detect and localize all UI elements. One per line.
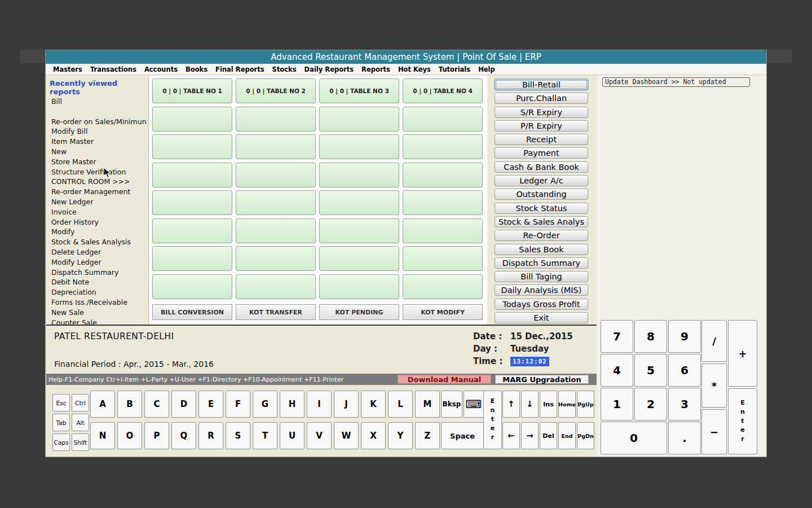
table-button[interactable] bbox=[236, 134, 316, 159]
sidebar-item[interactable] bbox=[46, 107, 148, 117]
sidebar-item[interactable]: Modify Ledger bbox=[46, 257, 148, 268]
table-button[interactable] bbox=[319, 246, 399, 271]
menu-item[interactable]: Transactions bbox=[86, 65, 140, 73]
modifier-key[interactable]: Ctrl bbox=[72, 394, 89, 411]
sidebar-item[interactable]: CONTROL ROOM >>> bbox=[46, 177, 148, 187]
table-button[interactable] bbox=[152, 218, 232, 243]
letter-key[interactable]: T bbox=[253, 422, 277, 449]
sidebar-item[interactable]: Debit Note bbox=[46, 277, 148, 287]
letter-key[interactable]: M bbox=[415, 391, 440, 418]
modifier-key[interactable]: Tab bbox=[52, 414, 70, 431]
menu-item[interactable]: Accounts bbox=[140, 65, 182, 73]
sidebar-item[interactable]: Stock & Sales Analysis bbox=[46, 237, 148, 247]
action-button[interactable]: Cash & Bank Book bbox=[495, 161, 588, 173]
table-button[interactable] bbox=[152, 246, 232, 271]
sidebar-item[interactable]: Forms Iss./Receivable bbox=[46, 297, 148, 308]
table-button[interactable] bbox=[403, 218, 483, 243]
menu-item[interactable]: Masters bbox=[49, 65, 86, 73]
numpad-key-multiply[interactable]: * bbox=[701, 364, 727, 408]
sidebar-item[interactable]: Item Master bbox=[46, 137, 148, 147]
numpad-key[interactable]: 6 bbox=[668, 354, 701, 387]
letter-key[interactable]: G bbox=[253, 391, 277, 418]
letter-key[interactable]: V bbox=[307, 422, 332, 449]
table-button[interactable] bbox=[236, 218, 316, 243]
table-button[interactable] bbox=[403, 190, 483, 215]
nav-key[interactable]: ← bbox=[502, 422, 520, 449]
sidebar-item[interactable]: Modify bbox=[46, 227, 148, 237]
action-button[interactable]: Stock & Sales Analys bbox=[495, 216, 588, 227]
table-button[interactable] bbox=[403, 134, 483, 159]
nav-key[interactable]: PgDn bbox=[577, 422, 594, 449]
action-button[interactable]: Payment bbox=[495, 147, 588, 159]
marg-upgradation-button[interactable]: MARG Upgradation bbox=[495, 375, 589, 384]
table-button[interactable]: 0 | 0 | TABLE NO 4 bbox=[403, 78, 483, 103]
numpad-key[interactable]: 7 bbox=[601, 320, 633, 353]
numpad-key-zero[interactable]: 0 bbox=[601, 422, 667, 454]
menu-item[interactable]: Tutorials bbox=[435, 65, 474, 73]
table-button[interactable] bbox=[319, 163, 399, 187]
sidebar-item[interactable]: Modify Bill bbox=[46, 126, 148, 137]
numpad-key[interactable]: 2 bbox=[634, 388, 667, 421]
table-button[interactable]: 0 | 0 | TABLE NO 1 bbox=[152, 78, 232, 103]
numpad-key[interactable]: 8 bbox=[634, 320, 667, 353]
letter-key[interactable]: O bbox=[117, 422, 142, 449]
sidebar-item[interactable]: Re-order Management bbox=[46, 187, 148, 197]
menu-item[interactable]: Daily Reports bbox=[301, 65, 358, 73]
action-button[interactable]: Sales Book bbox=[495, 244, 588, 255]
letter-key[interactable]: L bbox=[388, 391, 413, 418]
nav-key[interactable]: PgUp bbox=[577, 391, 594, 418]
nav-key[interactable]: ↑ bbox=[502, 391, 520, 418]
action-button[interactable]: Receipt bbox=[495, 134, 588, 145]
table-button[interactable] bbox=[236, 163, 316, 187]
sidebar-item[interactable]: New Ledger bbox=[46, 197, 148, 207]
letter-key[interactable]: X bbox=[361, 422, 386, 449]
action-button[interactable]: Purc.Challan bbox=[495, 93, 588, 104]
enter-key[interactable]: Enter bbox=[483, 391, 502, 449]
action-button[interactable]: Re-Order bbox=[495, 230, 588, 241]
sidebar-item[interactable]: Re-order on Sales/Minimun bbox=[46, 117, 148, 127]
table-button[interactable] bbox=[319, 134, 399, 159]
nav-key[interactable]: ↓ bbox=[521, 391, 539, 418]
modifier-key[interactable]: Shift bbox=[72, 433, 89, 451]
sidebar-item[interactable]: Depreciation bbox=[46, 287, 148, 297]
sidebar-item[interactable]: Store Master bbox=[46, 157, 148, 167]
numpad-key[interactable]: 3 bbox=[668, 388, 701, 421]
table-button[interactable] bbox=[152, 274, 232, 299]
action-button[interactable]: Exit bbox=[495, 312, 588, 323]
action-button[interactable]: Todays Gross Profit bbox=[495, 299, 588, 310]
letter-key[interactable]: P bbox=[144, 422, 169, 449]
menu-item[interactable]: Help bbox=[474, 65, 499, 73]
numpad-key-enter[interactable]: Enter bbox=[728, 388, 757, 454]
space-key[interactable]: Space bbox=[441, 422, 484, 449]
letter-key[interactable]: Z bbox=[415, 422, 440, 449]
numpad-key[interactable]: 4 bbox=[601, 354, 633, 387]
nav-key[interactable]: Del bbox=[540, 422, 557, 449]
table-button[interactable] bbox=[236, 246, 316, 271]
table-button[interactable] bbox=[152, 134, 232, 159]
menu-item[interactable]: Books bbox=[182, 65, 211, 73]
table-button[interactable] bbox=[403, 246, 483, 271]
table-button[interactable] bbox=[152, 190, 232, 215]
menu-item[interactable]: Stocks bbox=[268, 65, 301, 73]
letter-key[interactable]: Q bbox=[171, 422, 196, 449]
letter-key[interactable]: A bbox=[90, 391, 115, 418]
kot-button[interactable]: BILL CONVERSION bbox=[152, 304, 232, 320]
letter-key[interactable]: N bbox=[90, 422, 115, 449]
numpad-key[interactable]: 5 bbox=[634, 354, 667, 387]
action-button[interactable]: Bill-Retail bbox=[495, 79, 588, 90]
sidebar-item[interactable]: New Sale bbox=[46, 308, 148, 318]
letter-key[interactable]: H bbox=[280, 391, 304, 418]
action-button[interactable]: Outstanding bbox=[495, 189, 588, 200]
letter-key[interactable]: Y bbox=[388, 422, 413, 449]
table-button[interactable] bbox=[152, 163, 232, 187]
update-dashboard-status[interactable]: Update Dashboard >> Not updated bbox=[602, 77, 750, 87]
keyboard-toggle-key[interactable]: ⌨ bbox=[464, 391, 484, 418]
table-button[interactable] bbox=[319, 274, 399, 299]
numpad-key-dot[interactable]: . bbox=[668, 422, 701, 454]
letter-key[interactable]: R bbox=[198, 422, 223, 449]
nav-key[interactable]: → bbox=[521, 422, 539, 449]
table-button[interactable]: 0 | 0 | TABLE NO 2 bbox=[236, 78, 316, 103]
letter-key[interactable]: K bbox=[361, 391, 386, 418]
letter-key[interactable]: D bbox=[171, 391, 196, 418]
action-button[interactable]: Bill Taging bbox=[495, 271, 588, 282]
